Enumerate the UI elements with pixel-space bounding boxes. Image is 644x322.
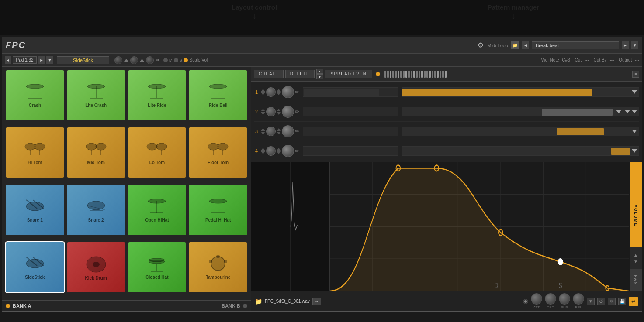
pan-knob-small[interactable] <box>130 56 138 64</box>
gear-icon[interactable]: ⚙ <box>478 41 484 49</box>
pitch-knob-small[interactable] <box>146 56 154 64</box>
pad-name-text: Mid Tom <box>87 160 104 165</box>
row-2-edit-icon[interactable]: ✏ <box>295 109 299 115</box>
dec-knob[interactable] <box>545 293 556 305</box>
s-label: S <box>180 58 182 62</box>
row-2-vol-knob[interactable] <box>266 107 276 116</box>
led-active[interactable] <box>184 58 188 62</box>
step-down-button[interactable]: ▼ <box>316 74 323 79</box>
pad-grid: Crash Lite Crash Lite Ride Ride Bell Hi … <box>2 67 251 300</box>
pad-kick-drum[interactable]: Kick Drum <box>67 242 125 292</box>
pencil-icon[interactable]: ✏ <box>156 57 160 63</box>
rel-label: REL <box>575 305 582 309</box>
att-knob[interactable] <box>531 293 542 305</box>
step-indicator <box>413 71 415 78</box>
pad-crash[interactable]: Crash <box>6 70 64 120</box>
delete-button[interactable]: DELETE <box>285 70 315 78</box>
envelope-snowflake-button[interactable]: ❄ <box>608 298 616 305</box>
pad-sidestick[interactable]: SideStick <box>6 242 64 292</box>
pad-dropdown-button[interactable]: ▼ <box>46 56 53 64</box>
pad-tambourine[interactable]: Tambourine <box>189 242 247 292</box>
seq-settings-button[interactable]: ■ <box>632 71 639 78</box>
pad-floor-tom[interactable]: Floor Tom <box>189 127 247 178</box>
volume-scroll-down[interactable]: ▼ <box>634 258 638 265</box>
row-3-pattern[interactable] <box>402 127 639 136</box>
volume-knob-small[interactable] <box>114 56 122 64</box>
pad-hi-tom[interactable]: Hi Tom <box>6 127 64 178</box>
pad-name-text: Hi Tom <box>28 160 42 165</box>
row-1-edit-icon[interactable]: ✏ <box>295 89 299 95</box>
row-3-edit-icon[interactable]: ✏ <box>295 128 299 134</box>
envelope-confirm-button[interactable]: ↩ <box>629 297 638 306</box>
row-1-pan-knob[interactable] <box>282 86 294 98</box>
row-3-knobs: ✏ <box>261 125 299 137</box>
pad-lo-tom[interactable]: Lo Tom <box>128 127 187 178</box>
step-indicator <box>445 71 447 78</box>
pad-open-hihat[interactable]: Open HiHat <box>128 185 187 235</box>
file-arrow-button[interactable]: → <box>312 298 321 305</box>
step-up-button[interactable]: ▲ <box>316 69 323 74</box>
step-indicator <box>421 71 423 78</box>
svg-point-24 <box>208 143 218 150</box>
dec-label: DEC <box>547 305 554 309</box>
volume-scroll-up[interactable]: ▲ <box>634 252 638 258</box>
sus-knob[interactable] <box>559 293 570 305</box>
spread-even-button[interactable]: SPREAD EVEN <box>325 70 372 78</box>
radio-btn-1[interactable] <box>523 299 528 304</box>
pad-name-text: Ride Bell <box>209 103 228 108</box>
pad-lite-ride[interactable]: Lite Ride <box>128 70 187 120</box>
led-m[interactable] <box>163 58 168 62</box>
row-1-vol-knob[interactable] <box>266 87 276 97</box>
svg-point-12 <box>25 143 35 150</box>
pattern-prev-button[interactable]: ◄ <box>522 41 529 49</box>
pad-lite-crash[interactable]: Lite Crash <box>67 70 125 120</box>
row-4-bar[interactable] <box>303 146 398 156</box>
step-indicator <box>387 71 389 78</box>
bank-b[interactable]: BANK B <box>222 303 247 308</box>
envelope-reset-button[interactable]: ↺ <box>597 298 605 305</box>
svg-point-66 <box>558 259 563 264</box>
pattern-name: Break beat <box>536 43 559 48</box>
envelope-down-button[interactable]: ▼ <box>587 298 595 305</box>
step-indicator <box>437 71 439 78</box>
row-3-vol-knob[interactable] <box>266 127 276 136</box>
rel-knob[interactable] <box>573 293 584 305</box>
pad-snare-1[interactable]: Snare 1 <box>6 185 64 235</box>
step-indicator <box>426 71 428 78</box>
folder-button[interactable]: 📁 <box>511 41 519 49</box>
bank-a-label: BANK A <box>13 303 31 308</box>
pad-prev-button[interactable]: ◄ <box>5 56 11 64</box>
pad-name-text: Kick Drum <box>85 276 107 281</box>
bottom-folder-icon[interactable]: 📁 <box>255 298 262 305</box>
bank-a[interactable]: BANK A <box>6 303 31 308</box>
pad-name-text: Tambourine <box>206 275 230 280</box>
pad-snare-2[interactable]: Snare 2 <box>67 185 125 235</box>
row-4-edit-icon[interactable]: ✏ <box>295 148 299 154</box>
pattern-next-button[interactable]: ► <box>622 41 629 49</box>
row-2-pan-knob[interactable] <box>282 106 294 118</box>
pattern-dropdown-button[interactable]: ▼ <box>631 41 638 49</box>
pad-mid-tom[interactable]: Mid Tom <box>67 127 125 178</box>
row-1-pattern[interactable] <box>402 87 639 97</box>
row-4-pan-knob[interactable] <box>282 145 294 157</box>
row-4-vol-knob[interactable] <box>266 146 276 156</box>
row-4-pattern[interactable] <box>402 146 639 156</box>
pad-ride-bell[interactable]: Ride Bell <box>189 70 247 120</box>
led-s[interactable] <box>174 58 178 62</box>
pad-svg-icon <box>24 198 46 216</box>
pad-pedal-hi-hat[interactable]: Pedal Hi Hat <box>189 185 247 235</box>
create-button[interactable]: CREATE <box>254 70 284 78</box>
envelope-save-button[interactable]: 💾 <box>618 298 626 305</box>
content-area: Crash Lite Crash Lite Ride Ride Bell Hi … <box>2 67 642 311</box>
top-bar-right: Midi Loop 📁 ◄ Break beat ► ▼ <box>487 41 638 49</box>
row-3-pan-knob[interactable] <box>282 125 294 137</box>
pad-closed-hat[interactable]: Closed Hat <box>128 242 187 292</box>
row-2-bar[interactable] <box>303 107 398 116</box>
file-name-display: FPC_SdSt_C_001.wav <box>265 299 310 304</box>
row-3-bar[interactable] <box>303 127 398 136</box>
volume-text: VOLUME <box>634 205 638 227</box>
seq-row-3: 3 ✏ <box>254 122 639 141</box>
row-1-bar[interactable] <box>303 87 398 97</box>
pad-next-button[interactable]: ► <box>38 56 45 64</box>
row-2-pattern[interactable] <box>402 107 639 116</box>
